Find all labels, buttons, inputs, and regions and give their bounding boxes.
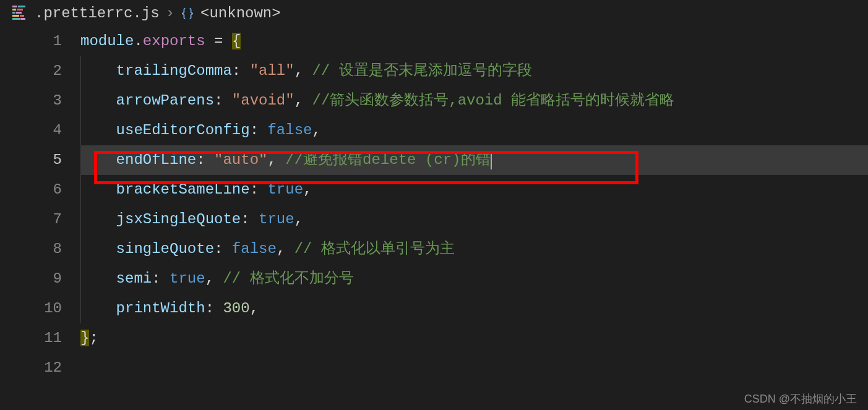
code-line[interactable]: arrowParens: "avoid", //箭头函数参数括号,avoid 能… (80, 86, 868, 116)
line-number: 4 (0, 116, 62, 145)
prettier-icon (12, 6, 28, 22)
code-line[interactable]: printWidth: 300, (80, 294, 868, 323)
code-line[interactable]: semi: true, // 格式化不加分号 (80, 264, 868, 294)
line-number: 11 (0, 323, 62, 353)
line-number: 9 (0, 264, 62, 294)
line-number: 5 (0, 145, 62, 175)
line-number-gutter: 1 2 3 4 5 6 7 8 9 10 11 12 (0, 27, 80, 383)
line-number: 12 (0, 353, 62, 383)
code-line[interactable]: trailingComma: "all", // 设置是否末尾添加逗号的字段 (80, 56, 868, 86)
code-line[interactable]: bracketSameLine: true, (80, 175, 868, 205)
line-number: 2 (0, 56, 62, 86)
chevron-right-icon: › (166, 5, 174, 22)
watermark: CSDN @不抽烟的小王 (744, 391, 857, 406)
code-line[interactable]: }; (80, 323, 868, 353)
line-number: 8 (0, 234, 62, 264)
code-area[interactable]: module.exports = { trailingComma: "all",… (80, 27, 868, 383)
code-editor[interactable]: 1 2 3 4 5 6 7 8 9 10 11 12 module.export… (0, 27, 868, 383)
line-number: 3 (0, 86, 62, 116)
breadcrumb-symbol[interactable]: <unknown> (200, 5, 281, 22)
code-line[interactable]: useEditorConfig: false, (80, 116, 868, 145)
indent-guide (80, 56, 81, 323)
code-line-active[interactable]: endOfLine: "auto", //避免报错delete (cr)的错 (80, 145, 868, 175)
line-number: 6 (0, 175, 62, 205)
code-line[interactable] (80, 353, 868, 383)
object-icon (181, 7, 194, 20)
line-number: 1 (0, 27, 62, 56)
line-number: 7 (0, 205, 62, 234)
text-cursor (491, 151, 492, 169)
code-line[interactable]: singleQuote: false, // 格式化以单引号为主 (80, 234, 868, 264)
line-number: 10 (0, 294, 62, 323)
code-line[interactable]: module.exports = { (80, 27, 868, 56)
code-line[interactable]: jsxSingleQuote: true, (80, 205, 868, 234)
breadcrumb[interactable]: .prettierrc.js › <unknown> (0, 0, 868, 27)
breadcrumb-file[interactable]: .prettierrc.js (35, 5, 160, 22)
